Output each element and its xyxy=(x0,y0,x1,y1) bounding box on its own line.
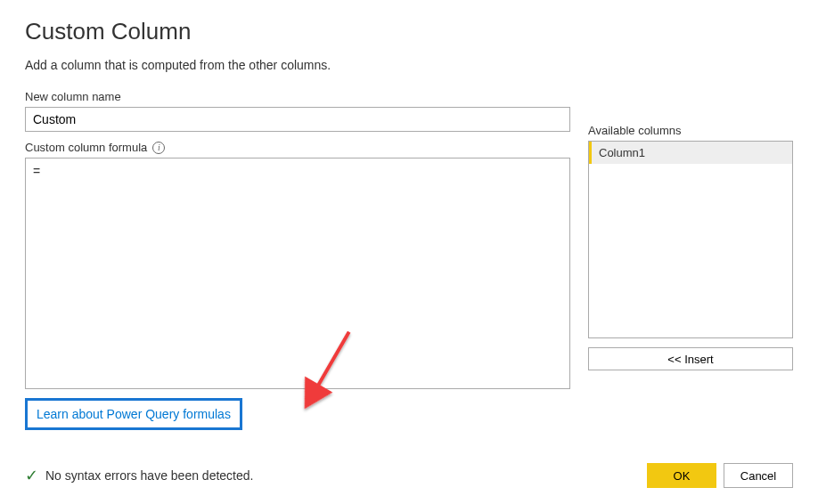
new-column-name-input[interactable] xyxy=(25,107,570,132)
checkmark-icon: ✓ xyxy=(25,467,38,484)
learn-link-highlight: Learn about Power Query formulas xyxy=(25,398,242,430)
dialog-description: Add a column that is computed from the o… xyxy=(25,58,793,72)
formula-label: Custom column formula xyxy=(25,141,147,154)
formula-label-row: Custom column formula i xyxy=(25,141,570,154)
learn-link[interactable]: Learn about Power Query formulas xyxy=(37,407,231,421)
dialog-title: Custom Column xyxy=(25,18,793,45)
new-column-name-label: New column name xyxy=(25,90,570,103)
available-columns-label: Available columns xyxy=(588,124,793,137)
cancel-button[interactable]: Cancel xyxy=(724,463,793,488)
list-item[interactable]: Column1 xyxy=(589,142,792,164)
insert-button[interactable]: << Insert xyxy=(588,347,793,370)
available-columns-list[interactable]: Column1 xyxy=(588,141,793,338)
status-message: No syntax errors have been detected. xyxy=(45,468,253,483)
ok-button[interactable]: OK xyxy=(647,463,716,488)
formula-input[interactable] xyxy=(25,158,570,389)
info-icon[interactable]: i xyxy=(152,142,165,154)
